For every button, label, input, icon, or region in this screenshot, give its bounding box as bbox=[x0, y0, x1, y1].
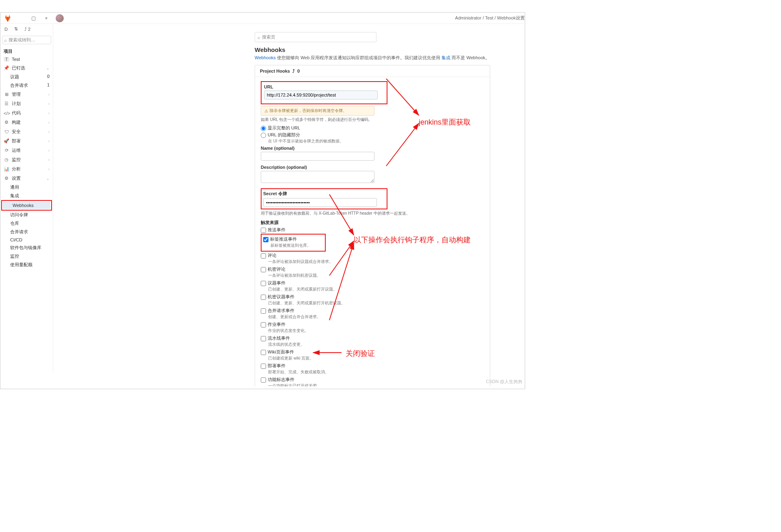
sub-general[interactable]: 通用 bbox=[0, 183, 53, 192]
trigger-checkbox[interactable] bbox=[263, 237, 268, 242]
trigger-label: 功能标志事件 bbox=[268, 377, 294, 383]
sub-integrations[interactable]: 集成 bbox=[0, 192, 53, 200]
nav-build[interactable]: ⚙构建› bbox=[0, 118, 53, 127]
trigger-desc: 创建、更新或合并合并请求。 bbox=[268, 314, 484, 320]
trigger-checkbox[interactable] bbox=[261, 267, 266, 272]
trigger-desc: 一条评论被添加到机密议题。 bbox=[268, 273, 484, 278]
plus-icon[interactable]: + bbox=[43, 15, 50, 22]
trigger-desc: 作业的状态发生变化。 bbox=[268, 328, 484, 334]
desc-label: Description (optional) bbox=[261, 165, 484, 170]
trigger-desc: 一个功能标志已打开或关闭。 bbox=[268, 383, 484, 386]
watermark: CSDN @人生匆匆 bbox=[486, 379, 522, 385]
warn-box: ⚠除非令牌被更新，否则保存时将清空令牌。 bbox=[261, 106, 374, 116]
main-content: ⌕ 搜索页 Webhooks Webhooks 使您能够向 Web 应用程序发送… bbox=[53, 24, 525, 386]
trigger-row: 合并请求事件 bbox=[261, 308, 484, 314]
trigger-checkbox[interactable] bbox=[261, 336, 266, 341]
url-input[interactable] bbox=[264, 90, 378, 99]
radio-hidden-url[interactable] bbox=[261, 133, 266, 138]
breadcrumb-admin[interactable]: Administrator bbox=[455, 15, 482, 20]
trigger-checkbox[interactable] bbox=[261, 281, 266, 286]
page-search[interactable]: ⌕ 搜索页 bbox=[255, 32, 376, 42]
trigger-desc: 流水线的状态变更。 bbox=[268, 342, 484, 347]
radio2-desc: 在 UI 中不显示诸如令牌之类的敏感数据。 bbox=[268, 138, 484, 144]
trigger-label: 机密议题事件 bbox=[268, 294, 294, 300]
trigger-checkbox[interactable] bbox=[261, 253, 266, 258]
trigger-row: 推送事件 bbox=[261, 227, 484, 233]
sub-webhooks[interactable]: Webhooks bbox=[3, 202, 50, 209]
trigger-label: Wiki页面事件 bbox=[268, 349, 294, 355]
breadcrumb-test[interactable]: Test bbox=[485, 15, 493, 20]
trigger-label: 标签推送事件 bbox=[270, 236, 297, 242]
trigger-checkbox[interactable] bbox=[261, 308, 266, 314]
nav-deploy[interactable]: 🚀部署› bbox=[0, 136, 53, 146]
trigger-row: 议题事件 bbox=[261, 280, 484, 286]
trigger-checkbox[interactable] bbox=[261, 322, 266, 327]
trigger-desc: 已创建、更新、关闭或重新打开机密议题。 bbox=[268, 300, 484, 306]
sidebar-search[interactable]: ⌕ 搜索或转到… bbox=[2, 36, 51, 44]
nav-analyze[interactable]: 📊分析› bbox=[0, 164, 53, 174]
trigger-row: 部署事件 bbox=[261, 363, 484, 369]
trigger-row: 标签推送事件 bbox=[263, 236, 323, 242]
sub-packages[interactable]: 软件包与镜像库 bbox=[0, 243, 53, 252]
trigger-label: 机密评论 bbox=[268, 266, 286, 272]
desc-input[interactable] bbox=[261, 171, 374, 183]
sub-cicd[interactable]: CI/CD bbox=[0, 236, 53, 243]
chevron-down-icon: ⌄ bbox=[46, 177, 50, 181]
secret-input[interactable] bbox=[263, 198, 377, 207]
page-subtitle: Webhooks 使您能够向 Web 应用程序发送通知以响应群组或项目中的事件。… bbox=[255, 55, 490, 61]
name-label: Name (optional) bbox=[261, 146, 484, 151]
nav-secure[interactable]: 🛡安全› bbox=[0, 127, 53, 136]
sidebar: D ⇅ ⤴ 2 ⌕ 搜索或转到… 项目 T Test 📌已钉选⌄ 议题0 合并请… bbox=[0, 24, 53, 373]
trigger-desc: 部署开始、完成、失败或被取消。 bbox=[268, 369, 484, 375]
sub-merges[interactable]: 合并请求1 bbox=[0, 81, 53, 90]
nav-manage[interactable]: ⊞管理› bbox=[0, 90, 53, 99]
trigger-desc: 新标签被推送到仓库。 bbox=[270, 243, 323, 248]
nav-plan[interactable]: ☰计划› bbox=[0, 99, 53, 108]
sub-repo[interactable]: 仓库 bbox=[0, 219, 53, 228]
tool-diff[interactable]: ⇅ bbox=[13, 26, 19, 32]
trigger-checkbox[interactable] bbox=[261, 364, 266, 369]
breadcrumb-webhook: Webhook设置 bbox=[497, 15, 525, 20]
trigger-checkbox[interactable] bbox=[261, 228, 266, 233]
trigger-desc: 已创建或更新 wiki 页面。 bbox=[268, 355, 484, 361]
trigger-row: 机密议题事件 bbox=[261, 294, 484, 300]
gitlab-logo-icon[interactable] bbox=[4, 14, 12, 22]
name-input[interactable] bbox=[261, 152, 374, 161]
trigger-label: 合并请求事件 bbox=[268, 308, 294, 314]
trigger-checkbox[interactable] bbox=[261, 295, 266, 300]
chevron-down-icon: ⌄ bbox=[46, 66, 50, 70]
trigger-desc: 已创建、更新、关闭或重新打开议题。 bbox=[268, 286, 484, 292]
nav-pinned[interactable]: 📌已钉选⌄ bbox=[0, 63, 53, 73]
file-icon[interactable]: ▢ bbox=[30, 15, 37, 22]
radio-hidden-label: URL 的隐藏部分 bbox=[268, 132, 300, 138]
page-title: Webhooks bbox=[255, 46, 490, 53]
webhooks-link[interactable]: Webhooks bbox=[255, 55, 276, 60]
url-help: 如果 URL 包含一个或多个特殊字符，则必须进行百分号编码。 bbox=[261, 117, 484, 123]
trigger-checkbox[interactable] bbox=[261, 377, 266, 383]
trigger-row: 评论 bbox=[261, 252, 484, 258]
nav-code[interactable]: </>代码› bbox=[0, 108, 53, 118]
nav-operate[interactable]: ⟳运维› bbox=[0, 146, 53, 155]
radio-full-url[interactable] bbox=[261, 126, 266, 131]
trigger-row: 功能标志事件 bbox=[261, 377, 484, 383]
tool-d[interactable]: D bbox=[3, 26, 9, 32]
trigger-row: Wiki页面事件 bbox=[261, 349, 484, 355]
integrations-link[interactable]: 集成 bbox=[441, 55, 450, 60]
search-icon: ⌕ bbox=[257, 35, 260, 40]
search-icon: ⌕ bbox=[4, 38, 7, 43]
sub-mr[interactable]: 合并请求 bbox=[0, 228, 53, 236]
project-test[interactable]: T Test bbox=[0, 55, 53, 63]
sub-monitor[interactable]: 监控 bbox=[0, 252, 53, 261]
sub-issues[interactable]: 议题0 bbox=[0, 73, 53, 81]
trigger-checkbox[interactable] bbox=[261, 350, 266, 355]
secret-label: Secret 令牌 bbox=[263, 191, 385, 197]
trigger-label: 部署事件 bbox=[268, 363, 286, 369]
sub-usage[interactable]: 使用量配额 bbox=[0, 261, 53, 269]
sub-tokens[interactable]: 访问令牌 bbox=[0, 211, 53, 219]
tool-mr[interactable]: ⤴ 2 bbox=[23, 26, 32, 32]
card-title: Project Hooks bbox=[260, 69, 290, 73]
avatar[interactable] bbox=[56, 14, 64, 22]
url-label: URL bbox=[264, 84, 384, 89]
nav-settings[interactable]: ⚙设置⌄ bbox=[0, 174, 53, 183]
nav-monitor[interactable]: ◷监控› bbox=[0, 155, 53, 164]
